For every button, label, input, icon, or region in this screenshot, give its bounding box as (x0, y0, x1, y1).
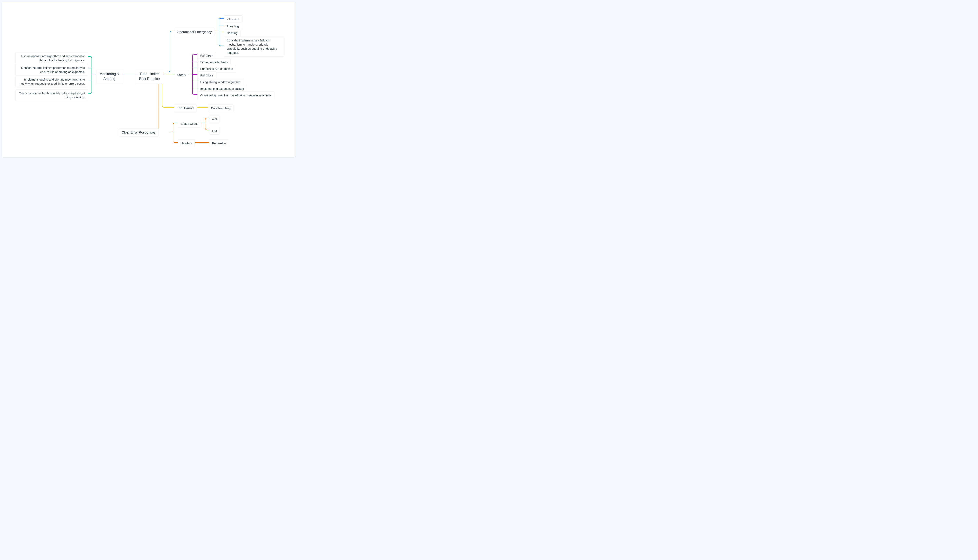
branch-monitoring: Monitoring & Alerting (96, 69, 123, 84)
branch-operational: Operational Emergency (174, 28, 215, 36)
operational-item-1: Throttling (224, 22, 242, 30)
branch-headers: Headers (178, 139, 195, 147)
status-item-1: 503 (209, 127, 220, 135)
safety-item-6: Considering burst limits in addition to … (197, 92, 274, 99)
branch-status-codes: Status Codes (178, 120, 201, 127)
monitoring-item-1: Monitor the rate limiter's performance r… (15, 64, 88, 76)
root-node: Rate LimiterBest Practice (135, 69, 164, 84)
branch-errors: Clear Error Responses (119, 128, 159, 137)
root-label: Rate LimiterBest Practice (139, 72, 160, 81)
monitoring-item-3: Test your rate limiter thoroughly before… (15, 89, 88, 101)
operational-item-0: Kill switch (224, 15, 242, 23)
branch-trial: Trial Period (174, 104, 197, 112)
status-item-0: 429 (209, 115, 220, 123)
monitoring-item-2: Implement logging and alerting mechanism… (15, 76, 88, 87)
mindmap-canvas: Rate LimiterBest Practice Monitoring & A… (2, 2, 296, 157)
branch-safety: Safety (174, 71, 189, 79)
headers-item-0: Retry-After (209, 139, 229, 147)
branch-monitoring-label: Monitoring & Alerting (99, 72, 119, 81)
monitoring-item-0: Use an appropriate algorithm and set rea… (15, 52, 88, 64)
operational-item-3: Consider implementing a fallback mechani… (224, 37, 284, 57)
trial-item-0: Dark launching (208, 104, 234, 112)
operational-item-2: Caching (224, 29, 240, 37)
